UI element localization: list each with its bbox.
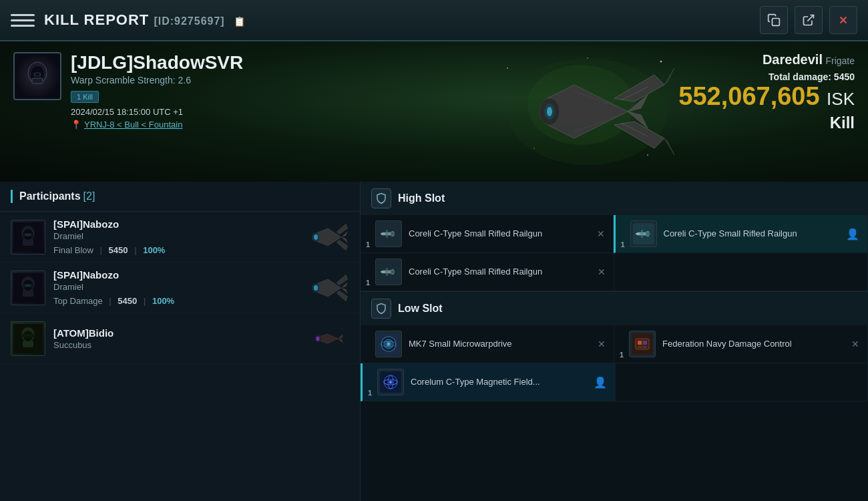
total-damage-label: Total damage: (769, 71, 831, 82)
participant-name: [ATOM]Bidio (53, 327, 297, 339)
fittings-panel: High Slot 1 (361, 182, 868, 501)
fitting-item[interactable]: 1 Coreli C-Type Small Rifled Railgun ✕ (361, 253, 614, 291)
high-slot-items: 1 Coreli C-Type Small Rifled Railgun (361, 215, 868, 291)
fitting-item-empty (614, 253, 868, 291)
svg-line-1 (807, 15, 813, 21)
fitting-icon (375, 220, 402, 247)
fitting-item[interactable]: 1 Coreli C-Type Small Rifled Railgun (361, 215, 614, 253)
fitting-icon (630, 220, 657, 247)
participant-name: [SPAI]Nabozo (53, 269, 297, 281)
participants-panel: Participants [2] [SPAI]Nabozo (0, 182, 361, 501)
svg-rect-94 (638, 341, 642, 345)
fitting-item-active[interactable]: 1 Corel (361, 363, 616, 401)
hero-stats: Daredevil Frigate Total damage: 5450 552… (678, 52, 855, 132)
fitting-item[interactable]: MK7 Small Microwarpdrive ✕ (361, 325, 614, 363)
fitting-close-icon[interactable]: ✕ (851, 339, 859, 349)
svg-rect-73 (386, 230, 388, 238)
location-link[interactable]: YRNJ-8 < Bull < Fountain (84, 120, 182, 130)
fitting-name: Coreli C-Type Small Rifled Railgun (409, 228, 593, 240)
svg-rect-0 (773, 19, 780, 26)
participants-count: [2] (83, 190, 95, 202)
participant-percent: 100% (143, 245, 165, 255)
svg-marker-20 (664, 68, 674, 85)
participant-ship-icon (302, 269, 349, 306)
fitting-name: Coreli C-Type Small Rifled Railgun (664, 228, 843, 240)
fitting-qty: 1 (620, 351, 624, 359)
fitting-icon (375, 331, 402, 357)
participant-role: Final Blow (53, 245, 93, 255)
fitting-qty: 1 (621, 240, 625, 248)
ship-type: Frigate (825, 55, 855, 66)
participant-stats: Final Blow | 5450 | 100% (53, 245, 297, 255)
isk-unit: ISK (827, 89, 855, 109)
copy-button[interactable] (760, 6, 788, 34)
fitting-name: MK7 Small Microwarpdrive (409, 339, 594, 350)
person-icon: 👤 (846, 228, 859, 240)
participant-stats: Top Damage | 5450 | 100% (53, 296, 297, 306)
header-accent-bar (11, 190, 13, 203)
participant-item[interactable]: [SPAI]Nabozo Dramiel Final Blow | 5450 |… (0, 212, 360, 263)
svg-rect-95 (643, 341, 647, 345)
svg-point-104 (390, 381, 392, 383)
svg-rect-8 (35, 73, 39, 75)
menu-button[interactable] (11, 8, 35, 32)
high-slot-icon (371, 188, 391, 208)
ship-name-label: Daredevil Frigate (678, 52, 855, 67)
svg-point-42 (314, 234, 318, 240)
close-button[interactable] (829, 6, 857, 34)
fitting-icon (629, 331, 656, 357)
participant-role: Top Damage (53, 296, 103, 306)
svg-point-67 (316, 336, 319, 341)
kill-badge: 1 Kill (71, 91, 99, 103)
svg-point-25 (547, 107, 552, 116)
fitting-item[interactable]: 1 Federation Navy Dama (614, 325, 868, 363)
participant-avatar (11, 321, 45, 356)
fitting-name: Coreli C-Type Small Rifled Railgun (409, 267, 594, 278)
svg-rect-35 (25, 234, 31, 236)
fitting-close-icon[interactable]: ✕ (597, 228, 605, 239)
fitting-row: 1 Coreli C-Type Small Rifled Railgun ✕ (361, 253, 868, 291)
participant-avatar (11, 271, 45, 305)
svg-marker-22 (664, 138, 674, 155)
svg-point-78 (646, 232, 650, 236)
svg-rect-61 (29, 334, 34, 337)
participants-header: Participants [2] (0, 182, 360, 212)
svg-marker-65 (338, 339, 343, 343)
fitting-close-icon[interactable]: ✕ (598, 267, 606, 277)
svg-rect-83 (381, 271, 385, 273)
svg-marker-64 (338, 334, 343, 339)
participant-ship-icon (302, 320, 349, 357)
fitting-close-icon[interactable]: ✕ (598, 339, 606, 349)
participant-damage: 5450 (118, 296, 137, 306)
high-slot-header: High Slot (361, 182, 868, 215)
hero-section: [JDLG]ShadowSVR Warp Scramble Strength: … (0, 41, 868, 182)
header: KILL REPORT [ID:9275697] 📋 (0, 0, 868, 41)
svg-rect-32 (23, 239, 33, 246)
kill-result-label: Kill (678, 114, 855, 132)
svg-rect-58 (23, 341, 33, 347)
share-button[interactable] (795, 6, 823, 34)
svg-rect-45 (23, 290, 33, 297)
low-slot-label: Low Slot (398, 303, 443, 315)
participant-ship: Dramiel (53, 282, 297, 292)
copy-icon[interactable]: 📋 (234, 16, 246, 27)
fitting-icon (377, 369, 404, 395)
participant-item[interactable]: [SPAI]Nabozo Dramiel Top Damage | 5450 |… (0, 263, 360, 313)
isk-value: 552,067,605 (678, 82, 819, 110)
participant-info: [SPAI]Nabozo Dramiel Top Damage | 5450 |… (53, 269, 297, 306)
low-slot-header: Low Slot (361, 291, 868, 325)
svg-point-55 (314, 285, 318, 291)
high-slot-label: High Slot (398, 192, 445, 204)
participant-avatar (11, 220, 45, 255)
participant-damage: 5450 (109, 245, 128, 255)
svg-rect-71 (381, 233, 385, 234)
participant-item[interactable]: [ATOM]Bidio Succubus (0, 313, 360, 364)
bottom-section: Participants [2] [SPAI]Nabozo (0, 182, 868, 501)
svg-rect-60 (22, 334, 27, 337)
fitting-row: 1 Coreli C-Type Small Rifled Railgun (361, 215, 868, 253)
svg-rect-85 (386, 268, 388, 276)
fitting-item-active[interactable]: 1 Coreli C-Type Small Rifled Railgun 👤 (614, 215, 869, 253)
fitting-item-empty (616, 363, 869, 401)
svg-rect-77 (636, 233, 640, 234)
player-avatar (13, 52, 61, 100)
